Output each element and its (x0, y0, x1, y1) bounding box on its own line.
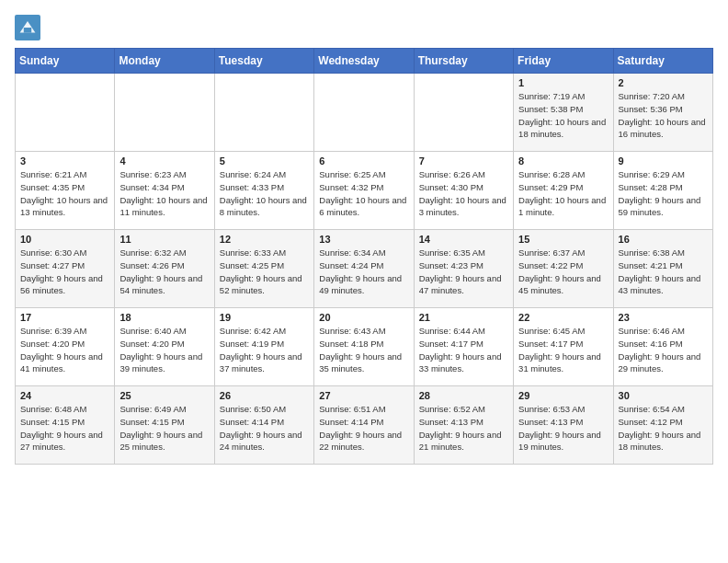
calendar-cell: 10Sunrise: 6:30 AM Sunset: 4:27 PM Dayli… (16, 230, 115, 308)
calendar-cell (115, 74, 214, 152)
day-info: Sunrise: 6:54 AM Sunset: 4:12 PM Dayligh… (619, 403, 708, 454)
day-info: Sunrise: 6:29 AM Sunset: 4:28 PM Dayligh… (619, 168, 708, 219)
calendar-cell: 19Sunrise: 6:42 AM Sunset: 4:19 PM Dayli… (214, 308, 313, 386)
calendar-cell: 16Sunrise: 6:38 AM Sunset: 4:21 PM Dayli… (613, 230, 712, 308)
calendar-cell: 6Sunrise: 6:25 AM Sunset: 4:32 PM Daylig… (314, 152, 414, 230)
calendar-cell: 13Sunrise: 6:34 AM Sunset: 4:24 PM Dayli… (314, 230, 414, 308)
day-number: 11 (119, 234, 209, 245)
day-number: 13 (319, 234, 408, 245)
day-info: Sunrise: 7:19 AM Sunset: 5:38 PM Dayligh… (518, 90, 608, 141)
day-info: Sunrise: 6:28 AM Sunset: 4:29 PM Dayligh… (518, 168, 608, 219)
day-info: Sunrise: 6:51 AM Sunset: 4:14 PM Dayligh… (319, 403, 408, 454)
calendar-cell: 20Sunrise: 6:43 AM Sunset: 4:18 PM Dayli… (314, 308, 414, 386)
day-info: Sunrise: 6:30 AM Sunset: 4:27 PM Dayligh… (20, 247, 109, 297)
day-number: 14 (419, 234, 508, 245)
calendar-week-row: 24Sunrise: 6:48 AM Sunset: 4:15 PM Dayli… (16, 386, 713, 465)
calendar-cell: 22Sunrise: 6:45 AM Sunset: 4:17 PM Dayli… (514, 308, 613, 386)
day-info: Sunrise: 6:23 AM Sunset: 4:34 PM Dayligh… (119, 168, 209, 219)
day-number: 16 (619, 234, 708, 245)
day-number: 12 (220, 234, 309, 245)
day-number: 6 (319, 155, 408, 167)
calendar-cell: 18Sunrise: 6:40 AM Sunset: 4:20 PM Dayli… (115, 308, 214, 386)
day-info: Sunrise: 6:38 AM Sunset: 4:21 PM Dayligh… (619, 247, 708, 297)
day-info: Sunrise: 6:44 AM Sunset: 4:17 PM Dayligh… (419, 325, 508, 375)
header-cell-thursday: Thursday (414, 49, 513, 74)
day-info: Sunrise: 6:53 AM Sunset: 4:13 PM Dayligh… (518, 403, 608, 454)
day-number: 22 (518, 312, 608, 323)
day-number: 2 (619, 77, 708, 88)
calendar-cell: 29Sunrise: 6:53 AM Sunset: 4:13 PM Dayli… (514, 386, 613, 465)
calendar-cell (16, 74, 115, 152)
calendar-cell: 26Sunrise: 6:50 AM Sunset: 4:14 PM Dayli… (214, 386, 313, 465)
day-info: Sunrise: 6:21 AM Sunset: 4:35 PM Dayligh… (20, 168, 109, 219)
day-number: 23 (619, 312, 708, 323)
day-number: 26 (220, 390, 309, 401)
day-info: Sunrise: 6:49 AM Sunset: 4:15 PM Dayligh… (119, 403, 209, 454)
day-number: 10 (20, 234, 109, 245)
calendar-week-row: 10Sunrise: 6:30 AM Sunset: 4:27 PM Dayli… (16, 230, 713, 308)
calendar-cell (314, 74, 414, 152)
header-cell-wednesday: Wednesday (314, 49, 414, 74)
calendar-cell: 11Sunrise: 6:32 AM Sunset: 4:26 PM Dayli… (115, 230, 214, 308)
calendar-cell: 30Sunrise: 6:54 AM Sunset: 4:12 PM Dayli… (613, 386, 712, 465)
day-info: Sunrise: 7:20 AM Sunset: 5:36 PM Dayligh… (619, 90, 708, 141)
calendar-cell: 1Sunrise: 7:19 AM Sunset: 5:38 PM Daylig… (514, 74, 613, 152)
day-number: 18 (119, 312, 209, 323)
calendar-cell: 17Sunrise: 6:39 AM Sunset: 4:20 PM Dayli… (16, 308, 115, 386)
day-number: 5 (220, 155, 309, 167)
header-cell-tuesday: Tuesday (214, 49, 313, 74)
calendar-cell: 7Sunrise: 6:26 AM Sunset: 4:30 PM Daylig… (414, 152, 513, 230)
day-info: Sunrise: 6:37 AM Sunset: 4:22 PM Dayligh… (518, 247, 608, 297)
calendar-week-row: 17Sunrise: 6:39 AM Sunset: 4:20 PM Dayli… (16, 308, 713, 386)
calendar-cell (414, 74, 513, 152)
day-info: Sunrise: 6:35 AM Sunset: 4:23 PM Dayligh… (419, 247, 508, 297)
day-info: Sunrise: 6:50 AM Sunset: 4:14 PM Dayligh… (220, 403, 309, 454)
day-number: 15 (518, 234, 608, 245)
day-info: Sunrise: 6:48 AM Sunset: 4:15 PM Dayligh… (20, 403, 109, 454)
day-number: 4 (119, 155, 209, 167)
day-number: 25 (119, 390, 209, 401)
calendar-table: SundayMondayTuesdayWednesdayThursdayFrid… (15, 48, 713, 465)
calendar-cell: 15Sunrise: 6:37 AM Sunset: 4:22 PM Dayli… (514, 230, 613, 308)
day-info: Sunrise: 6:24 AM Sunset: 4:33 PM Dayligh… (220, 168, 309, 219)
logo (15, 15, 44, 40)
calendar-cell: 8Sunrise: 6:28 AM Sunset: 4:29 PM Daylig… (514, 152, 613, 230)
day-info: Sunrise: 6:34 AM Sunset: 4:24 PM Dayligh… (319, 247, 408, 297)
day-number: 30 (619, 390, 708, 401)
day-info: Sunrise: 6:39 AM Sunset: 4:20 PM Dayligh… (20, 325, 109, 375)
calendar-cell: 14Sunrise: 6:35 AM Sunset: 4:23 PM Dayli… (414, 230, 513, 308)
day-info: Sunrise: 6:52 AM Sunset: 4:13 PM Dayligh… (419, 403, 508, 454)
calendar-week-row: 3Sunrise: 6:21 AM Sunset: 4:35 PM Daylig… (16, 152, 713, 230)
day-info: Sunrise: 6:43 AM Sunset: 4:18 PM Dayligh… (319, 325, 408, 375)
calendar-cell: 23Sunrise: 6:46 AM Sunset: 4:16 PM Dayli… (613, 308, 712, 386)
day-number: 19 (220, 312, 309, 323)
day-number: 29 (518, 390, 608, 401)
calendar-cell: 27Sunrise: 6:51 AM Sunset: 4:14 PM Dayli… (314, 386, 414, 465)
header-cell-saturday: Saturday (613, 49, 712, 74)
calendar-cell: 9Sunrise: 6:29 AM Sunset: 4:28 PM Daylig… (613, 152, 712, 230)
calendar-week-row: 1Sunrise: 7:19 AM Sunset: 5:38 PM Daylig… (16, 74, 713, 152)
svg-rect-2 (24, 28, 31, 33)
calendar-cell (214, 74, 313, 152)
day-info: Sunrise: 6:40 AM Sunset: 4:20 PM Dayligh… (119, 325, 209, 375)
day-number: 1 (518, 77, 608, 88)
day-number: 8 (518, 155, 608, 167)
calendar-cell: 5Sunrise: 6:24 AM Sunset: 4:33 PM Daylig… (214, 152, 313, 230)
calendar-cell: 2Sunrise: 7:20 AM Sunset: 5:36 PM Daylig… (613, 74, 712, 152)
header-cell-monday: Monday (115, 49, 214, 74)
day-number: 21 (419, 312, 508, 323)
day-number: 7 (419, 155, 508, 167)
day-info: Sunrise: 6:42 AM Sunset: 4:19 PM Dayligh… (220, 325, 309, 375)
day-number: 17 (20, 312, 109, 323)
calendar-cell: 3Sunrise: 6:21 AM Sunset: 4:35 PM Daylig… (16, 152, 115, 230)
day-info: Sunrise: 6:32 AM Sunset: 4:26 PM Dayligh… (119, 247, 209, 297)
header-cell-friday: Friday (514, 49, 613, 74)
day-number: 27 (319, 390, 408, 401)
logo-icon (15, 15, 40, 40)
calendar-cell: 28Sunrise: 6:52 AM Sunset: 4:13 PM Dayli… (414, 386, 513, 465)
day-info: Sunrise: 6:46 AM Sunset: 4:16 PM Dayligh… (619, 325, 708, 375)
day-info: Sunrise: 6:25 AM Sunset: 4:32 PM Dayligh… (319, 168, 408, 219)
day-info: Sunrise: 6:45 AM Sunset: 4:17 PM Dayligh… (518, 325, 608, 375)
calendar-header-row: SundayMondayTuesdayWednesdayThursdayFrid… (16, 49, 713, 74)
header-cell-sunday: Sunday (16, 49, 115, 74)
